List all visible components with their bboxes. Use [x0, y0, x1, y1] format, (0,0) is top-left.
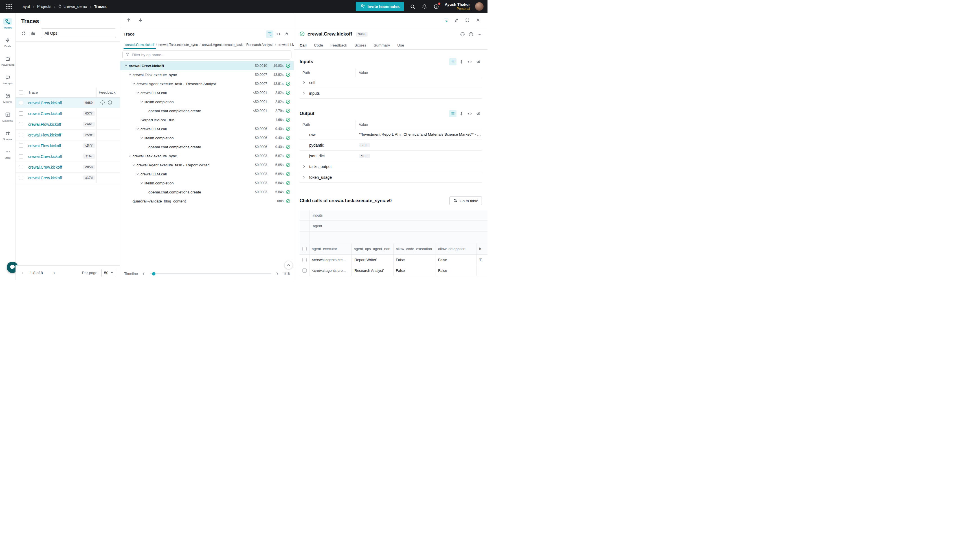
trace-row[interactable]: crewai.Crew.kickoff657f: [15, 108, 120, 119]
chevron-down-icon[interactable]: [124, 64, 128, 67]
row-checkbox[interactable]: [302, 268, 307, 273]
wandb-logo[interactable]: [4, 2, 14, 12]
chevron-down-icon[interactable]: [127, 155, 132, 158]
tree-row[interactable]: crewai.Agent.execute_task - 'Report Writ…: [120, 160, 294, 170]
avatar[interactable]: [475, 2, 484, 11]
toggle-tree-icon[interactable]: [442, 17, 449, 24]
close-icon[interactable]: [474, 17, 482, 24]
tree-row[interactable]: crewai.Crew.kickoff$0.001019.83s: [120, 61, 294, 70]
more-options-icon[interactable]: [477, 32, 482, 37]
tree-row[interactable]: guardrail-validate_blog_content0ms: [120, 197, 294, 205]
column-header-agent_ops_agent_nan[interactable]: agent_ops_agent_nan: [352, 243, 394, 254]
trace-op-link[interactable]: crewai.Crew.kickoff: [28, 154, 62, 159]
help-icon[interactable]: ?: [433, 3, 439, 10]
hide-values-icon[interactable]: [474, 58, 482, 65]
ops-filter-select[interactable]: All Ops: [41, 28, 116, 38]
sidebar-item-more[interactable]: More: [0, 147, 15, 161]
chevron-right-icon[interactable]: [302, 92, 306, 95]
tab-scores[interactable]: Scores: [354, 41, 366, 49]
trace-row[interactable]: crewai.Crew.kickoff9d89: [15, 98, 120, 108]
breadcrumb-entity[interactable]: ayut: [23, 4, 30, 9]
invite-teammates-button[interactable]: Invite teammates: [356, 2, 404, 11]
fullscreen-icon[interactable]: [464, 17, 471, 24]
row-checkbox[interactable]: [19, 112, 23, 116]
sidebar-item-playground[interactable]: Playground: [0, 53, 15, 68]
tab-use[interactable]: Use: [397, 41, 404, 49]
column-header-value[interactable]: Value: [356, 70, 368, 75]
filter-input[interactable]: [132, 53, 288, 57]
tree-view-icon[interactable]: [266, 30, 273, 38]
child-call-row[interactable]: <crewai.agents.cre...'Report Writer'Fals…: [300, 255, 488, 265]
chevron-right-icon[interactable]: [302, 176, 306, 179]
trace-op-link[interactable]: crewai.Crew.kickoff: [28, 176, 62, 180]
column-settings-icon[interactable]: [29, 29, 37, 37]
select-all-checkbox[interactable]: [19, 90, 23, 95]
tab-summary[interactable]: Summary: [374, 41, 390, 49]
row-checkbox[interactable]: [19, 101, 23, 105]
trace-row[interactable]: crewai.Crew.kickoffe058: [15, 162, 120, 173]
row-checkbox[interactable]: [302, 258, 307, 262]
row-checkbox[interactable]: [19, 154, 23, 158]
tree-row[interactable]: crewai.Task.execute_sync$0.00035.87s: [120, 152, 294, 160]
trace-row[interactable]: crewai.Flow.kickoffc5ff: [15, 140, 120, 151]
chevron-down-icon[interactable]: [135, 173, 140, 176]
tab-feedback[interactable]: Feedback: [331, 41, 347, 49]
code-view-icon[interactable]: [274, 30, 282, 38]
sidebar-item-scorers[interactable]: Scorers: [0, 128, 15, 142]
sidebar-item-traces[interactable]: Traces: [0, 17, 15, 31]
expand-rows-icon[interactable]: [457, 58, 465, 65]
positive-feedback-icon[interactable]: [460, 32, 465, 37]
chevron-right-icon[interactable]: [302, 165, 306, 168]
expand-rows-icon[interactable]: [457, 110, 465, 117]
tree-row[interactable]: openai.chat.completions.create$0.00069.4…: [120, 142, 294, 152]
kv-path[interactable]: token_usage: [300, 175, 356, 180]
chevron-down-icon[interactable]: [135, 92, 140, 95]
tree-row[interactable]: crewai.Task.execute_sync$0.000713.92s: [120, 70, 294, 79]
sidebar-item-evals[interactable]: Evals: [0, 35, 15, 49]
timeline-slider[interactable]: [150, 273, 271, 274]
row-checkbox[interactable]: [19, 176, 23, 180]
column-header-allow_code_execution[interactable]: allow_code_execution: [394, 243, 436, 254]
tree-row[interactable]: SerperDevTool._run1.66s: [120, 115, 294, 124]
list-view-icon[interactable]: [449, 110, 456, 117]
negative-feedback-icon[interactable]: [107, 100, 112, 106]
kv-path[interactable]: tasks_output: [300, 164, 356, 169]
child-call-row[interactable]: <crewai.agents.cre...'Research Analyst'F…: [300, 265, 488, 276]
trace-op-link[interactable]: crewai.Crew.kickoff: [28, 165, 62, 170]
sidebar-item-models[interactable]: Models: [0, 91, 15, 105]
refresh-icon[interactable]: [20, 29, 27, 37]
next-page-icon[interactable]: ›: [51, 270, 58, 276]
call-id-badge[interactable]: 9d89: [356, 32, 367, 37]
tree-row[interactable]: litellm.completion<$0.00012.82s: [120, 97, 294, 106]
edit-pencil-icon[interactable]: [453, 17, 460, 24]
tree-row[interactable]: litellm.completion$0.00035.84s: [120, 178, 294, 188]
column-header-trace[interactable]: Trace: [28, 90, 38, 95]
row-checkbox[interactable]: [19, 122, 23, 126]
trace-op-link[interactable]: crewai.Crew.kickoff: [28, 101, 62, 105]
column-header-path[interactable]: Path: [300, 68, 356, 77]
row-checkbox[interactable]: [19, 133, 23, 137]
row-checkbox[interactable]: [19, 143, 23, 148]
tree-row[interactable]: crewai.Agent.execute_task - 'Research An…: [120, 79, 294, 88]
column-header-b[interactable]: b: [477, 243, 488, 254]
column-header-feedback[interactable]: Feedback: [99, 90, 115, 95]
chevron-down-icon[interactable]: [135, 127, 140, 130]
sidebar-item-prompts[interactable]: Prompts: [0, 72, 15, 87]
positive-feedback-icon[interactable]: [100, 100, 105, 106]
prev-trace-up-icon[interactable]: [125, 16, 133, 24]
column-header-value[interactable]: Value: [356, 122, 368, 127]
path-tab[interactable]: crewai.Agent.execute_task - 'Research An…: [200, 41, 275, 49]
flame-graph-icon[interactable]: [283, 30, 290, 38]
path-tab[interactable]: crewai.Crew.kickoff: [124, 41, 156, 49]
tab-call[interactable]: Call: [300, 41, 307, 49]
next-trace-down-icon[interactable]: [137, 16, 144, 24]
timeline-prev-icon[interactable]: [141, 271, 147, 277]
tree-row[interactable]: litellm.completion$0.00069.40s: [120, 133, 294, 142]
trace-row[interactable]: crewai.Flow.kickoffc59f: [15, 130, 120, 140]
trace-op-link[interactable]: crewai.Flow.kickoff: [28, 133, 61, 137]
list-view-icon[interactable]: [449, 58, 456, 65]
column-header-agent_executor[interactable]: agent_executor: [309, 243, 352, 254]
tree-row[interactable]: crewai.LLM.call<$0.00012.82s: [120, 88, 294, 97]
trace-op-link[interactable]: crewai.Flow.kickoff: [28, 122, 61, 127]
tree-row[interactable]: crewai.LLM.call$0.00069.40s: [120, 124, 294, 133]
